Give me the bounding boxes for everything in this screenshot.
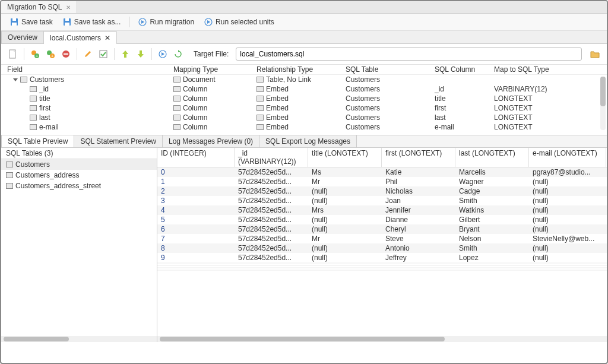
- data-cell: (null): [308, 243, 382, 253]
- data-cell: 57d28452ed5d...: [235, 177, 308, 186]
- save-task-button[interactable]: Save task: [6, 16, 56, 28]
- tab-sql-statement-preview[interactable]: SQL Statement Preview: [74, 135, 163, 147]
- save-task-as-button[interactable]: Save task as...: [59, 16, 125, 28]
- sql-tables-scrollbar[interactable]: [1, 336, 157, 342]
- col-map-type[interactable]: Map to SQL Type: [494, 65, 589, 74]
- sql-table-name: Customers_address: [15, 171, 79, 179]
- scrollbar-thumb[interactable]: [4, 337, 69, 341]
- data-column-header[interactable]: title (LONGTEXT): [308, 148, 382, 167]
- data-row[interactable]: 357d28452ed5d...(null)JoanSmith(null): [157, 196, 607, 205]
- field-scrollbar[interactable]: [600, 77, 606, 130]
- window-tab[interactable]: Migration To SQL ✕: [1, 1, 77, 13]
- data-row[interactable]: 257d28452ed5d...(null)NicholasCadge(null…: [157, 186, 607, 196]
- tab-local-customers[interactable]: local.Customers ✕: [43, 31, 117, 44]
- arrow-up-icon[interactable]: [119, 48, 131, 60]
- col-field[interactable]: Field: [7, 65, 173, 74]
- remove-icon[interactable]: [60, 48, 72, 60]
- field-row[interactable]: titleColumnEmbedCustomerstitleLONGTEXT: [1, 94, 607, 103]
- data-column-header[interactable]: first (LONGTEXT): [382, 148, 455, 167]
- data-row[interactable]: [157, 270, 607, 271]
- target-file-input[interactable]: [236, 48, 582, 61]
- sql-table-item[interactable]: Customers_address: [1, 170, 157, 181]
- tab-sql-export-log[interactable]: SQL Export Log Messages: [259, 135, 357, 147]
- data-cell: 57d28452ed5d...: [235, 243, 308, 253]
- data-cell: Dianne: [382, 215, 455, 224]
- data-cell: Cadge: [455, 186, 529, 196]
- data-cell: 57d28452ed5d...: [235, 186, 308, 196]
- col-relationship[interactable]: Relationship Type: [256, 65, 346, 74]
- data-row[interactable]: 557d28452ed5d...(null)DianneGilbert(null…: [157, 215, 607, 224]
- run-migration-button[interactable]: Run migration: [134, 16, 198, 28]
- data-row[interactable]: 857d28452ed5d...(null)AntonioSmith(null): [157, 243, 607, 253]
- data-cell: Wagner: [455, 177, 529, 186]
- run-selected-button[interactable]: Run selected units: [200, 16, 278, 28]
- data-column-header[interactable]: e-mail (LONGTEXT): [529, 148, 606, 167]
- data-cell: (null): [529, 253, 606, 262]
- data-scrollbar[interactable]: [157, 336, 607, 342]
- data-cell: (null): [529, 215, 606, 224]
- field-row[interactable]: _idColumnEmbedCustomers_idVARBINARY(12): [1, 84, 607, 94]
- edit-icon[interactable]: [82, 48, 94, 60]
- data-cell: Smith: [455, 196, 529, 205]
- data-column-header[interactable]: last (LONGTEXT): [455, 148, 529, 167]
- data-cell: 57d28452ed5d...: [235, 253, 308, 262]
- relationship-icon: [256, 115, 264, 121]
- field-row[interactable]: e-mailColumnEmbedCustomerse-mailLONGTEXT: [1, 122, 607, 132]
- close-icon[interactable]: ✕: [66, 4, 71, 11]
- data-cell: 57d28452ed5d...: [235, 205, 308, 215]
- folder-icon[interactable]: [589, 48, 601, 60]
- field-type-icon: [20, 77, 27, 83]
- data-row[interactable]: 157d28452ed5d...MrPhilWagner(null): [157, 177, 607, 186]
- sql-tables-header: SQL Tables (3): [1, 148, 157, 159]
- data-row[interactable]: 657d28452ed5d...(null)CherylBryant(null): [157, 224, 607, 234]
- check-icon[interactable]: [97, 48, 109, 60]
- data-cell: Phil: [382, 177, 455, 186]
- field-mapping-grid: Field Mapping Type Relationship Type SQL…: [1, 65, 607, 135]
- field-name: last: [39, 113, 50, 122]
- table-icon: [6, 183, 13, 189]
- arrow-down-icon[interactable]: [135, 48, 147, 60]
- data-cell: Gilbert: [455, 215, 529, 224]
- svg-rect-21: [100, 50, 107, 58]
- svg-rect-19: [64, 53, 68, 55]
- play-circle-icon[interactable]: [157, 48, 169, 60]
- data-column-header[interactable]: ID (INTEGER): [157, 148, 235, 167]
- sql-table-item[interactable]: Customers_address_street: [1, 181, 157, 191]
- field-row[interactable]: lastColumnEmbedCustomerslastLONGTEXT: [1, 113, 607, 122]
- close-icon[interactable]: ✕: [104, 34, 110, 42]
- add-green-icon[interactable]: +: [29, 48, 41, 60]
- tab-overview[interactable]: Overview: [1, 31, 44, 43]
- sql-table-value: Customers: [346, 75, 435, 84]
- refresh-icon[interactable]: [172, 48, 184, 60]
- data-row[interactable]: 957d28452ed5d...(null)JeffreyLopez(null): [157, 253, 607, 262]
- sql-table-value: Customers: [346, 123, 435, 131]
- tab-sql-table-preview[interactable]: SQL Table Preview: [1, 135, 74, 147]
- data-cell: [529, 270, 606, 271]
- save-icon: [10, 17, 19, 27]
- col-sql-column[interactable]: SQL Column: [435, 65, 494, 74]
- new-icon[interactable]: [7, 48, 19, 60]
- data-row[interactable]: 057d28452ed5d...MsKatieMarcelispgray87@s…: [157, 167, 607, 177]
- add-orange-icon[interactable]: +: [45, 48, 56, 60]
- data-column-header[interactable]: _id (VARBINARY(12)): [235, 148, 308, 167]
- data-cell: Antonio: [382, 243, 455, 253]
- data-cell: [382, 270, 455, 271]
- data-cell: [235, 270, 308, 271]
- data-rows: 057d28452ed5d...MsKatieMarcelispgray87@s…: [157, 167, 607, 271]
- col-mapping[interactable]: Mapping Type: [173, 65, 256, 74]
- col-sql-table[interactable]: SQL Table: [346, 65, 435, 74]
- field-row[interactable]: CustomersDocumentTable, No LinkCustomers: [1, 75, 607, 84]
- chevron-down-icon[interactable]: [13, 78, 18, 81]
- data-cell: 7: [157, 234, 235, 243]
- tab-log-messages-preview[interactable]: Log Messages Preview (0): [162, 135, 259, 147]
- data-cell: 57d28452ed5d...: [235, 167, 308, 177]
- field-row[interactable]: firstColumnEmbedCustomersfirstLONGTEXT: [1, 103, 607, 113]
- data-row[interactable]: 457d28452ed5d...MrsJenniferWatkins(null): [157, 205, 607, 215]
- sql-type-value: VARBINARY(12): [494, 85, 589, 93]
- mapping-value: Column: [183, 123, 207, 131]
- scrollbar-thumb[interactable]: [600, 77, 606, 106]
- data-row[interactable]: 757d28452ed5d...MrSteveNelsonStevieNelly…: [157, 234, 607, 243]
- play-icon: [138, 17, 147, 27]
- scrollbar-thumb[interactable]: [160, 337, 445, 341]
- sql-table-item[interactable]: Customers: [1, 159, 157, 170]
